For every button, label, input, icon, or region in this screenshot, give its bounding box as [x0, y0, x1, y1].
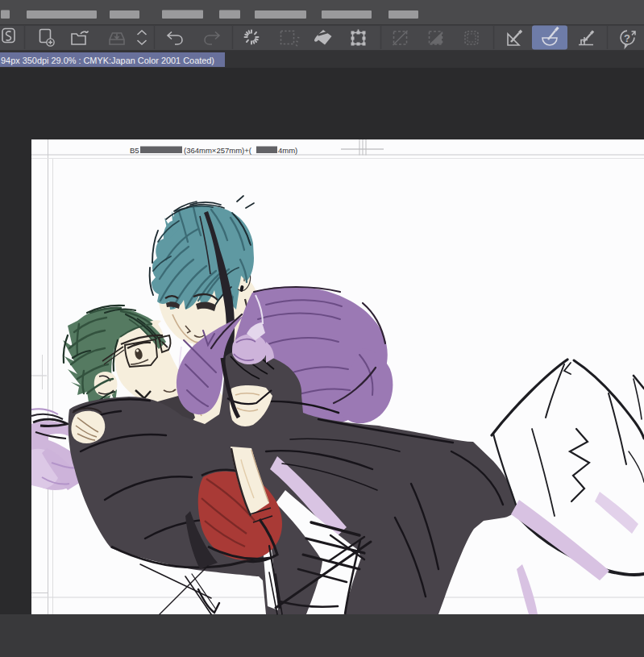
svg-text:94px 350dpi 29.0% : CMYK:Japan: 94px 350dpi 29.0% : CMYK:Japan Color 200… — [1, 55, 214, 65]
svg-text:4mm): 4mm) — [278, 146, 297, 155]
svg-text:B5: B5 — [130, 146, 139, 155]
svg-text:?: ? — [624, 32, 630, 44]
svg-text:(364mm×257mm)+(: (364mm×257mm)+( — [184, 146, 252, 155]
